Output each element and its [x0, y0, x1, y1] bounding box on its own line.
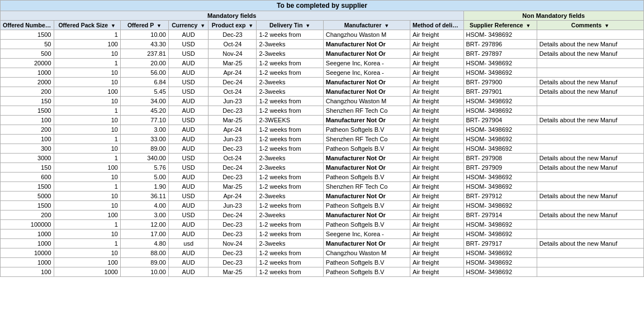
table-cell[interactable]: 2-3WEEKS: [257, 116, 323, 125]
table-cell[interactable]: 100: [54, 87, 120, 97]
table-cell[interactable]: Shenzhen RF Tech Co: [323, 135, 410, 144]
table-cell[interactable]: Patheon Softgels B.V: [323, 125, 410, 135]
table-cell[interactable]: 3.00: [120, 125, 168, 135]
table-cell[interactable]: Details about the new Manuf: [537, 192, 643, 201]
table-cell[interactable]: 10: [54, 229, 120, 239]
table-cell[interactable]: 50: [1, 40, 54, 49]
filter-arrow-delivery-tin[interactable]: ▼: [305, 23, 310, 28]
table-cell[interactable]: Air freight: [410, 97, 464, 106]
table-cell[interactable]: USD: [168, 49, 209, 59]
table-cell[interactable]: Air freight: [410, 106, 464, 116]
table-cell[interactable]: 1-2 weeks from: [257, 144, 323, 154]
table-cell[interactable]: Dec-23: [209, 30, 257, 40]
table-cell[interactable]: 89.00: [120, 258, 168, 267]
table-cell[interactable]: Changzhou Waston M: [323, 30, 410, 40]
table-cell[interactable]: Apr-24: [209, 68, 257, 78]
col-header-offered-number[interactable]: Offered Number ▼: [1, 21, 54, 30]
table-cell[interactable]: 10: [54, 97, 120, 106]
table-cell[interactable]: Air freight: [410, 211, 464, 220]
table-cell[interactable]: 1-2 weeks from: [257, 182, 323, 192]
table-cell[interactable]: AUD: [168, 258, 209, 267]
table-cell[interactable]: Dec-23: [209, 106, 257, 116]
table-cell[interactable]: 200: [1, 211, 54, 220]
table-cell[interactable]: Details about the new Manuf: [537, 163, 643, 173]
table-cell[interactable]: 56.00: [120, 68, 168, 78]
table-cell[interactable]: HSOM- 3498692: [463, 135, 537, 144]
table-cell[interactable]: 10: [54, 116, 120, 125]
table-cell[interactable]: 1: [54, 30, 120, 40]
table-cell[interactable]: Dec-24: [209, 163, 257, 173]
table-cell[interactable]: 34.00: [120, 97, 168, 106]
table-cell[interactable]: 5.45: [120, 87, 168, 97]
table-cell[interactable]: Oct-24: [209, 40, 257, 49]
table-cell[interactable]: [537, 201, 643, 211]
table-cell[interactable]: 100000: [1, 220, 54, 229]
table-cell[interactable]: 237.81: [120, 49, 168, 59]
table-cell[interactable]: HSOM- 3498692: [463, 201, 537, 211]
table-cell[interactable]: 1-2 weeks from: [257, 30, 323, 40]
table-cell[interactable]: Jun-23: [209, 135, 257, 144]
table-cell[interactable]: Dec-24: [209, 78, 257, 87]
table-cell[interactable]: 300: [1, 144, 54, 154]
table-cell[interactable]: 1: [54, 106, 120, 116]
table-cell[interactable]: 200: [1, 125, 54, 135]
table-cell[interactable]: Air freight: [410, 154, 464, 163]
table-cell[interactable]: Dec-23: [209, 144, 257, 154]
table-cell[interactable]: Air freight: [410, 116, 464, 125]
table-cell[interactable]: 5.00: [120, 173, 168, 182]
table-cell[interactable]: AUD: [168, 248, 209, 258]
table-cell[interactable]: 17.00: [120, 229, 168, 239]
table-cell[interactable]: Dec-23: [209, 248, 257, 258]
table-cell[interactable]: Air freight: [410, 229, 464, 239]
table-cell[interactable]: 1000: [1, 229, 54, 239]
table-cell[interactable]: Air freight: [410, 220, 464, 229]
filter-arrow-product-exp[interactable]: ▼: [248, 23, 253, 28]
table-cell[interactable]: 33.00: [120, 135, 168, 144]
table-cell[interactable]: Mar-25: [209, 182, 257, 192]
table-cell[interactable]: HSOM- 3498692: [463, 220, 537, 229]
table-cell[interactable]: [537, 68, 643, 78]
table-cell[interactable]: 1500: [1, 182, 54, 192]
table-cell[interactable]: 150: [1, 163, 54, 173]
table-cell[interactable]: Patheon Softgels B.V: [323, 267, 410, 277]
table-cell[interactable]: Details about the new Manuf: [537, 49, 643, 59]
table-cell[interactable]: USD: [168, 87, 209, 97]
table-cell[interactable]: Air freight: [410, 59, 464, 68]
table-cell[interactable]: 2-3weeks: [257, 154, 323, 163]
table-cell[interactable]: 10000: [1, 248, 54, 258]
table-cell[interactable]: 1000: [1, 258, 54, 267]
table-cell[interactable]: 1.90: [120, 182, 168, 192]
table-cell[interactable]: Seegene Inc, Korea -: [323, 59, 410, 68]
table-cell[interactable]: 1-2 weeks from: [257, 220, 323, 229]
table-cell[interactable]: Apr-24: [209, 125, 257, 135]
col-header-pack-size[interactable]: Offered Pack Size ▼: [54, 21, 120, 30]
filter-arrow-manufacturer[interactable]: ▼: [384, 23, 389, 28]
table-cell[interactable]: Dec-23: [209, 220, 257, 229]
table-cell[interactable]: HSOM- 3498692: [463, 267, 537, 277]
table-cell[interactable]: Mar-25: [209, 116, 257, 125]
table-cell[interactable]: AUD: [168, 135, 209, 144]
table-cell[interactable]: AUD: [168, 97, 209, 106]
table-cell[interactable]: Air freight: [410, 87, 464, 97]
table-cell[interactable]: BRT- 297900: [463, 78, 537, 87]
table-cell[interactable]: 36.11: [120, 192, 168, 201]
table-cell[interactable]: HSOM- 3498692: [463, 30, 537, 40]
table-cell[interactable]: Patheon Softgels B.V: [323, 220, 410, 229]
table-cell[interactable]: 20.00: [120, 59, 168, 68]
table-cell[interactable]: Nov-24: [209, 239, 257, 248]
table-cell[interactable]: AUD: [168, 144, 209, 154]
table-cell[interactable]: Air freight: [410, 267, 464, 277]
table-cell[interactable]: 5.76: [120, 163, 168, 173]
table-cell[interactable]: HSOM- 3498692: [463, 173, 537, 182]
table-cell[interactable]: USD: [168, 78, 209, 87]
table-cell[interactable]: Patheon Softgels B.V: [323, 173, 410, 182]
table-cell[interactable]: USD: [168, 163, 209, 173]
table-cell[interactable]: AUD: [168, 201, 209, 211]
table-cell[interactable]: [537, 258, 643, 267]
table-cell[interactable]: Changzhou Waston M: [323, 97, 410, 106]
table-cell[interactable]: [537, 220, 643, 229]
table-cell[interactable]: 1: [54, 154, 120, 163]
table-cell[interactable]: 88.00: [120, 248, 168, 258]
table-cell[interactable]: 10.00: [120, 267, 168, 277]
table-cell[interactable]: AUD: [168, 220, 209, 229]
